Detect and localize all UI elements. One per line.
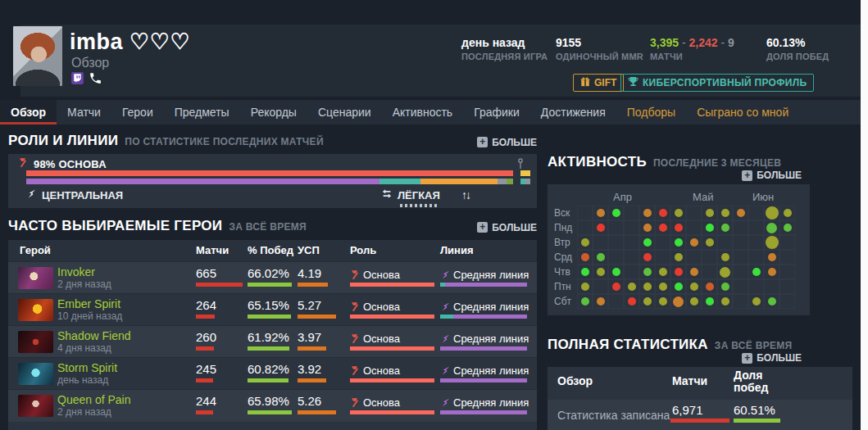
hero-thumbnail[interactable] <box>18 363 53 385</box>
lane-label: Средняя линия <box>453 364 529 377</box>
activity-row: Вск <box>548 206 795 220</box>
activity-cell <box>717 235 733 250</box>
lane-bar <box>440 346 527 351</box>
activity-cell <box>748 220 764 235</box>
activity-cell <box>639 206 655 220</box>
lane-icon <box>440 364 451 375</box>
safe-lane-label: ЛЁГКАЯ <box>398 189 440 201</box>
month-label: Июн <box>752 191 774 203</box>
activity-row: Сбт <box>548 294 795 309</box>
esports-button-label: КИБЕРСПОРТИВНЫЙ ПРОФИЛЬ <box>643 77 807 88</box>
matches-bar <box>196 346 214 351</box>
gift-button[interactable]: GIFT <box>573 74 624 92</box>
activity-cell <box>764 220 779 235</box>
activity-cell <box>577 265 593 279</box>
tab-Подборы[interactable]: Подборы <box>616 100 686 124</box>
matches-value: 245 <box>196 362 216 376</box>
fullstats-section-title: ПОЛНАЯ СТАТИСТИКА <box>548 337 708 353</box>
activity-cell <box>624 250 639 265</box>
activity-cell <box>670 220 686 235</box>
matches-bar <box>196 315 215 319</box>
fullstats-winrate: 60.51% <box>734 403 775 417</box>
fullstats-matches: 6,971 <box>672 403 703 417</box>
activity-cell <box>764 235 779 250</box>
hero-thumbnail[interactable] <box>18 267 53 289</box>
tab-Обзор[interactable]: Обзор <box>0 100 57 124</box>
activity-cell <box>733 279 748 294</box>
esports-profile-button[interactable]: КИБЕРСПОРТИВНЫЙ ПРОФИЛЬ <box>620 74 814 92</box>
activity-dot <box>690 283 698 291</box>
roles-panel: 98% ОСНОВА ЦЕНТРАЛЬНАЯ ЛЁГКАЯ ↑↓ <box>8 154 537 208</box>
swap-icon[interactable] <box>381 188 393 201</box>
profile-header: imba ♡♡♡ Обзор день назадПОСЛЕДНЯЯ ИГРА9… <box>20 25 861 97</box>
hero-link[interactable]: Invoker <box>57 265 95 278</box>
activity-row: Пнд <box>548 220 795 235</box>
kda-bar <box>298 410 336 414</box>
hero-link[interactable]: Queen of Pain <box>57 393 131 406</box>
stat-label: ДОЛЯ ПОБЕД <box>766 52 829 61</box>
sort-arrows-icon[interactable]: ↑↓ <box>461 188 470 201</box>
plus-icon: + <box>742 170 752 181</box>
activity-dot <box>675 224 683 232</box>
activity-dot <box>581 238 589 247</box>
stat-block: день назадПОСЛЕДНЯЯ ИГРА <box>461 36 548 61</box>
winrate-bar <box>248 378 289 382</box>
last-played: 4 дня назад <box>57 342 111 354</box>
hero-link[interactable]: Ember Spirit <box>57 297 120 310</box>
phone-icon[interactable] <box>89 71 102 85</box>
matches-value: 260 <box>196 330 216 344</box>
hero-link[interactable]: Shadow Fiend <box>57 329 131 342</box>
kda-bar <box>298 283 328 287</box>
more-label: БОЛЬШЕ <box>757 352 802 364</box>
core-role-icon <box>350 301 361 311</box>
fullstats-more-link[interactable]: + БОЛЬШЕ <box>742 352 802 364</box>
tab-Предметы[interactable]: Предметы <box>164 100 240 124</box>
activity-dot <box>597 297 605 306</box>
heroes-more-link[interactable]: + БОЛЬШЕ <box>477 222 537 233</box>
activity-dot <box>721 224 729 232</box>
stat-value: 60.13% <box>766 36 829 49</box>
roles-section-subtitle: ПО СТАТИСТИКЕ ПОСЛЕДНИХ МАТЧЕЙ <box>125 136 324 147</box>
activity-cell <box>702 206 717 220</box>
matches-bar <box>196 378 213 382</box>
bar-segment <box>26 179 379 184</box>
tab-Матчи[interactable]: Матчи <box>57 100 111 124</box>
activity-cell <box>748 265 764 279</box>
activity-cell <box>686 206 702 220</box>
plus-icon: + <box>477 222 488 233</box>
activity-dot <box>706 297 714 306</box>
lane-icon <box>440 301 451 311</box>
activity-cell <box>779 279 795 294</box>
tab-Сценарии[interactable]: Сценарии <box>307 100 382 124</box>
roles-more-link[interactable]: + БОЛЬШЕ <box>477 137 537 148</box>
tab-Герои[interactable]: Герои <box>111 100 164 124</box>
column-header: Герой <box>20 244 51 256</box>
lane-icon <box>440 396 451 407</box>
tab-Графики[interactable]: Графики <box>463 100 530 124</box>
winrate-bar <box>734 419 780 423</box>
tab-Сыграно со мной[interactable]: Сыграно со мной <box>686 100 799 124</box>
activity-cell <box>639 294 655 309</box>
activity-dot <box>581 297 589 306</box>
activity-cell <box>779 235 795 250</box>
twitch-icon[interactable] <box>70 71 84 85</box>
hero-thumbnail[interactable] <box>18 395 53 417</box>
kda-value: 5.26 <box>298 394 321 408</box>
activity-cell <box>608 206 624 220</box>
winrate-value: 60.82% <box>248 362 289 376</box>
activity-cell <box>639 235 655 250</box>
tab-Рекорды[interactable]: Рекорды <box>240 100 307 124</box>
fullstats-row: Статистика записана 6,971 60.51% <box>548 400 852 430</box>
hero-thumbnail[interactable] <box>18 299 53 321</box>
hero-thumbnail[interactable] <box>18 331 53 353</box>
clipped-text <box>400 204 439 207</box>
activity-more-link[interactable]: + БОЛЬШЕ <box>742 170 802 181</box>
tab-Достижения[interactable]: Достижения <box>530 100 616 124</box>
activity-cell <box>670 206 686 220</box>
hero-link[interactable]: Storm Spirit <box>57 361 117 374</box>
bar-segment <box>520 170 530 176</box>
tab-Активность[interactable]: Активность <box>382 100 464 124</box>
avatar[interactable] <box>13 26 62 86</box>
activity-dot <box>597 224 605 232</box>
player-name: imba ♡♡♡ <box>70 29 190 55</box>
